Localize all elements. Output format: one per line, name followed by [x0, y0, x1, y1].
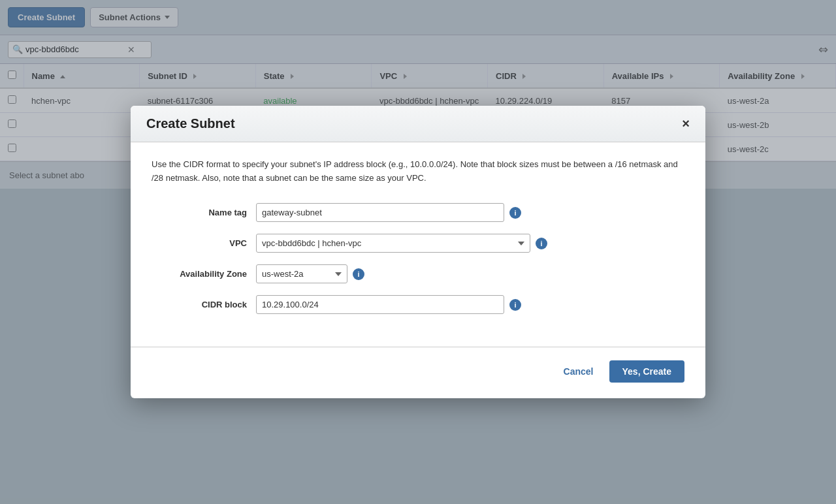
az-row: Availability Zone us-west-2a i — [152, 264, 684, 283]
cidr-row: CIDR block i — [152, 295, 684, 314]
cidr-info-icon[interactable]: i — [509, 299, 521, 311]
cancel-button[interactable]: Cancel — [558, 362, 599, 381]
modal-description: Use the CIDR format to specify your subn… — [152, 158, 684, 185]
az-select[interactable]: us-west-2a — [256, 264, 347, 283]
yes-create-button[interactable]: Yes, Create — [609, 360, 685, 383]
modal-title: Create Subnet — [146, 116, 235, 131]
modal-header: Create Subnet × — [131, 106, 705, 142]
az-info-icon[interactable]: i — [353, 268, 364, 280]
modal-divider — [131, 347, 705, 347]
vpc-select[interactable]: vpc-bbdd6bdc | hchen-vpc — [256, 234, 530, 253]
create-subnet-modal: Create Subnet × Use the CIDR format to s… — [131, 106, 705, 399]
vpc-label: VPC — [152, 238, 256, 248]
name-tag-row: Name tag i — [152, 203, 684, 222]
az-label: Availability Zone — [152, 269, 256, 279]
modal-overlay: Create Subnet × Use the CIDR format to s… — [0, 0, 836, 504]
name-tag-input[interactable] — [256, 203, 504, 222]
modal-body: Use the CIDR format to specify your subn… — [131, 142, 705, 342]
modal-close-button[interactable]: × — [682, 117, 690, 130]
name-tag-info-icon[interactable]: i — [509, 207, 521, 219]
name-tag-label: Name tag — [152, 208, 256, 217]
vpc-info-icon[interactable]: i — [536, 238, 547, 249]
cidr-input[interactable] — [256, 295, 504, 314]
modal-footer: Cancel Yes, Create — [131, 360, 705, 398]
cidr-label: CIDR block — [152, 300, 256, 309]
vpc-row: VPC vpc-bbdd6bdc | hchen-vpc i — [152, 234, 684, 253]
